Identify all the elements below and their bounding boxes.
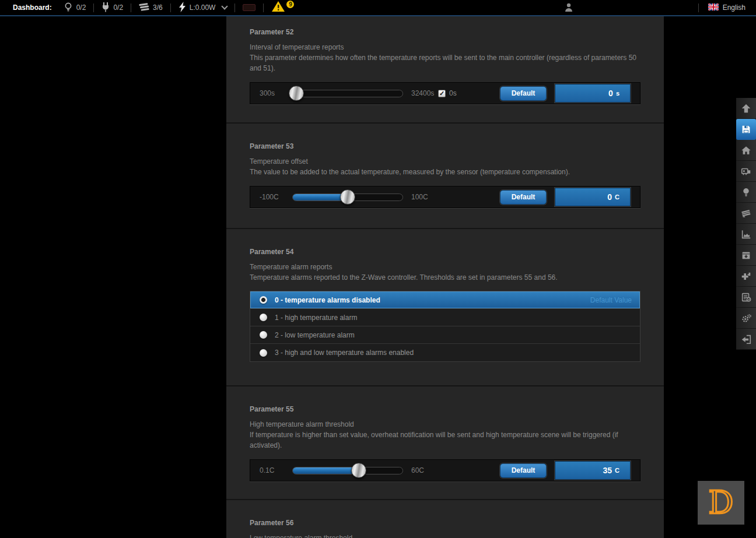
slider-knob[interactable] (289, 86, 304, 101)
associations-icon[interactable] (736, 266, 756, 287)
slider-knob[interactable] (340, 189, 355, 205)
option-high-and-low-alarms[interactable]: 3 - high and low temperature alarms enab… (250, 344, 640, 361)
option-label: 2 - low temperature alarm (275, 331, 355, 339)
parameter-56-section: Parameter 56 Low temperature alarm thres… (226, 500, 664, 538)
parameter-unit: C (615, 467, 620, 474)
default-button[interactable]: Default (500, 190, 547, 205)
slider-knob[interactable] (351, 463, 366, 478)
checkbox-label: 0s (449, 89, 457, 97)
radio-selected-icon[interactable] (260, 296, 267, 304)
parameter-title: Parameter 55 (250, 405, 640, 413)
divider (170, 3, 171, 12)
alerts-button[interactable]: 9 (271, 1, 294, 15)
slider-min-label: -100C (260, 193, 289, 201)
parameter-value: 0 (607, 192, 612, 202)
parameter-description: The value to be added to the actual temp… (250, 167, 640, 177)
checkbox-checked-icon[interactable] (438, 90, 446, 97)
chart-icon[interactable] (736, 224, 756, 245)
offset-slider[interactable] (292, 194, 403, 201)
zero-seconds-checkbox[interactable]: 0s (438, 89, 457, 97)
power-value: L:0.00W (190, 3, 216, 12)
slider-max-label: 100C (411, 193, 438, 201)
arrow-up-icon[interactable] (736, 98, 756, 119)
slider-min-label: 0.1C (260, 466, 289, 474)
d-logo: D (698, 481, 744, 525)
lights-stat[interactable]: 0/2 (64, 2, 86, 14)
parameter-title: Parameter 53 (250, 142, 640, 150)
lightning-icon (178, 2, 186, 14)
option-low-temperature-alarm[interactable]: 2 - low temperature alarm (250, 326, 640, 344)
blinds-stat[interactable]: 3/6 (139, 3, 163, 13)
parameter-title: Parameter 56 (250, 519, 640, 527)
parameter-unit: s (616, 90, 620, 97)
language-selector[interactable]: English (691, 2, 756, 13)
topbar: Dashboard: 0/2 0/2 3/6 L:0.00W 9 (0, 0, 756, 16)
home-icon[interactable] (736, 140, 756, 161)
blinds-icon[interactable] (736, 203, 756, 224)
slider-fill (293, 194, 348, 201)
parameter-control-row: 300s 32400s 0s Default 0 s (250, 82, 640, 104)
modules-icon[interactable] (736, 161, 756, 182)
inactive-panel-icon (243, 4, 256, 11)
divider (93, 3, 94, 12)
warning-icon (271, 1, 285, 15)
threshold-slider[interactable] (292, 467, 403, 474)
alerts-badge: 9 (286, 1, 294, 8)
slider-min-label: 300s (260, 89, 289, 97)
dashboard-label[interactable]: Dashboard: (13, 3, 52, 12)
parameter-52-section: Parameter 52 Interval of temperature rep… (226, 16, 664, 124)
option-alarms-disabled[interactable]: 0 - temperature alarms disabled Default … (250, 291, 640, 309)
parameter-53-section: Parameter 53 Temperature offset The valu… (226, 124, 664, 229)
parameter-value: 35 (603, 466, 612, 475)
default-button[interactable]: Default (500, 86, 547, 101)
plugs-count: 0/2 (113, 3, 123, 12)
advanced-settings-icon[interactable] (736, 308, 756, 329)
parameter-value-field[interactable]: 35 C (555, 461, 631, 480)
parameter-value-field[interactable]: 0 s (555, 84, 631, 103)
plugs-stat[interactable]: 0/2 (102, 2, 123, 14)
default-value-badge: Default Value (590, 296, 632, 304)
option-label: 1 - high temperature alarm (275, 314, 357, 322)
radio-icon[interactable] (260, 314, 267, 321)
radio-icon[interactable] (260, 331, 267, 339)
d-logo-letter: D (708, 487, 733, 519)
slider-max-label: 60C (411, 466, 438, 474)
save-icon[interactable] (736, 119, 756, 140)
blinds-icon (139, 3, 149, 13)
option-high-temperature-alarm[interactable]: 1 - high temperature alarm (250, 309, 640, 326)
archive-icon[interactable] (736, 245, 756, 266)
parameter-control-row: 0.1C 60C Default 35 C (250, 459, 640, 481)
schedule-icon[interactable] (736, 287, 756, 308)
lights-count: 0/2 (76, 3, 86, 12)
slider-fill (293, 467, 359, 474)
default-button[interactable]: Default (500, 463, 547, 478)
parameter-54-section: Parameter 54 Temperature alarm reports T… (226, 229, 664, 386)
radio-icon[interactable] (260, 349, 267, 357)
language-label: English (723, 3, 746, 12)
parameter-subtitle: Interval of temperature reports (250, 42, 640, 52)
uk-flag-icon (708, 2, 719, 13)
exit-icon[interactable] (736, 329, 756, 350)
parameter-subtitle: Low temperature alarm threshold (250, 533, 640, 538)
chevron-down-icon[interactable] (222, 3, 228, 9)
divider (263, 3, 264, 12)
parameter-title: Parameter 54 (250, 248, 640, 256)
blinds-count: 3/6 (153, 3, 163, 12)
parameter-control-row: -100C 100C Default 0 C (250, 186, 640, 208)
alarm-options-list: 0 - temperature alarms disabled Default … (250, 291, 640, 362)
parameter-description: If temperature is higher than set value,… (250, 430, 640, 451)
divider (235, 3, 235, 12)
power-stat[interactable]: L:0.00W (178, 2, 228, 14)
bulb-icon[interactable] (736, 182, 756, 203)
parameter-unit: C (615, 194, 620, 201)
side-toolbar (736, 98, 756, 350)
option-label: 3 - high and low temperature alarms enab… (275, 349, 414, 357)
parameter-subtitle: Temperature alarm reports (250, 262, 640, 272)
divider (131, 3, 131, 12)
bulb-icon (64, 2, 73, 14)
parameter-description: This parameter determines how often the … (250, 52, 640, 73)
interval-slider[interactable] (292, 90, 403, 97)
parameter-value-field[interactable]: 0 C (555, 188, 631, 206)
parameter-subtitle: Temperature offset (250, 156, 640, 167)
user-icon[interactable] (564, 2, 574, 15)
